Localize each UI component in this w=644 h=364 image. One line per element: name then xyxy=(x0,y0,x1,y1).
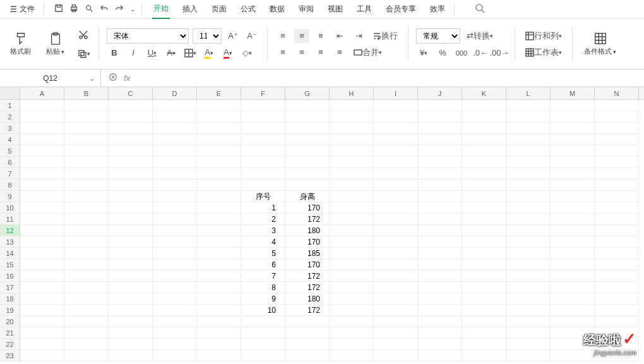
column-header[interactable]: G xyxy=(285,87,330,99)
cell-B11[interactable] xyxy=(64,214,109,225)
cell-F23[interactable] xyxy=(241,350,285,361)
cell-N20[interactable] xyxy=(595,316,639,327)
cell-F21[interactable] xyxy=(241,327,285,339)
cell-C7[interactable] xyxy=(109,168,153,179)
cell-I15[interactable] xyxy=(374,259,418,270)
cell-G15[interactable]: 170 xyxy=(285,259,330,270)
cell-B13[interactable] xyxy=(64,236,109,248)
cell-A19[interactable] xyxy=(20,305,64,316)
cell-G5[interactable] xyxy=(285,145,330,157)
cell-D1[interactable] xyxy=(153,100,197,111)
cell-H21[interactable] xyxy=(330,327,374,339)
column-header[interactable]: J xyxy=(418,87,462,99)
column-header[interactable]: A xyxy=(20,87,64,99)
cell-A4[interactable] xyxy=(20,134,64,145)
cell-K2[interactable] xyxy=(462,111,506,123)
cell-D12[interactable] xyxy=(153,225,197,236)
cell-D22[interactable] xyxy=(153,339,197,350)
row-header[interactable]: 8 xyxy=(0,179,20,191)
align-left-icon[interactable]: ≡ xyxy=(275,46,290,59)
worksheet-button[interactable]: 工作表 ▾ xyxy=(523,46,564,59)
cell-K6[interactable] xyxy=(462,157,506,168)
cell-G22[interactable] xyxy=(285,339,330,350)
cell-J8[interactable] xyxy=(418,179,462,191)
row-header[interactable]: 23 xyxy=(0,350,20,361)
row-header[interactable]: 11 xyxy=(0,214,20,225)
cell-M4[interactable] xyxy=(551,134,595,145)
cell-J23[interactable] xyxy=(418,350,462,361)
cell-L5[interactable] xyxy=(506,145,551,157)
cancel-icon[interactable] xyxy=(109,73,117,84)
font-color-button[interactable]: A ▾ xyxy=(220,46,236,60)
cell-H19[interactable] xyxy=(330,305,374,316)
cell-A13[interactable] xyxy=(20,236,64,248)
clear-format-button[interactable]: ◇ ▾ xyxy=(239,46,254,60)
cell-G7[interactable] xyxy=(285,168,330,179)
cell-I1[interactable] xyxy=(374,100,418,111)
cell-D6[interactable] xyxy=(153,157,197,168)
cell-J4[interactable] xyxy=(418,134,462,145)
cell-H8[interactable] xyxy=(330,179,374,191)
cell-M2[interactable] xyxy=(551,111,595,123)
tab-审阅[interactable]: 审阅 xyxy=(297,0,315,19)
cell-C19[interactable] xyxy=(109,305,153,316)
cell-N9[interactable] xyxy=(595,191,639,202)
cell-G6[interactable] xyxy=(285,157,330,168)
cell-N18[interactable] xyxy=(595,293,639,305)
cell-D2[interactable] xyxy=(153,111,197,123)
cell-N19[interactable] xyxy=(595,305,639,316)
cell-L6[interactable] xyxy=(506,157,551,168)
copy-icon[interactable]: ▾ xyxy=(76,47,91,61)
cell-D23[interactable] xyxy=(153,350,197,361)
cell-D11[interactable] xyxy=(153,214,197,225)
cell-N4[interactable] xyxy=(595,134,639,145)
cell-K16[interactable] xyxy=(462,270,506,282)
cell-F2[interactable] xyxy=(241,111,285,123)
cell-H4[interactable] xyxy=(330,134,374,145)
cell-H11[interactable] xyxy=(330,214,374,225)
cell-E5[interactable] xyxy=(197,145,241,157)
cell-B19[interactable] xyxy=(64,305,109,316)
file-menu[interactable]: ☰ 文件 xyxy=(5,4,40,15)
cell-L11[interactable] xyxy=(506,214,551,225)
cell-H5[interactable] xyxy=(330,145,374,157)
cell-C18[interactable] xyxy=(109,293,153,305)
cell-B22[interactable] xyxy=(64,339,109,350)
cell-E12[interactable] xyxy=(197,225,241,236)
print-icon[interactable] xyxy=(69,4,78,15)
row-header[interactable]: 21 xyxy=(0,327,20,339)
cell-M12[interactable] xyxy=(551,225,595,236)
cell-I3[interactable] xyxy=(374,123,418,134)
cell-D9[interactable] xyxy=(153,191,197,202)
cell-M11[interactable] xyxy=(551,214,595,225)
cell-D14[interactable] xyxy=(153,248,197,259)
cell-F9[interactable]: 序号 xyxy=(241,191,285,202)
align-bottom-icon[interactable]: ≡ xyxy=(313,29,328,43)
cell-F20[interactable] xyxy=(241,316,285,327)
cell-M8[interactable] xyxy=(551,179,595,191)
wrap-text-button[interactable]: 换行 xyxy=(370,29,400,43)
cell-I9[interactable] xyxy=(374,191,418,202)
name-box[interactable]: Q12 ⌄ xyxy=(0,70,101,87)
cell-H6[interactable] xyxy=(330,157,374,168)
cell-B4[interactable] xyxy=(64,134,109,145)
merge-button[interactable]: 合并 ▾ xyxy=(351,46,385,59)
column-header[interactable]: I xyxy=(374,87,418,99)
cell-B18[interactable] xyxy=(64,293,109,305)
cell-M19[interactable] xyxy=(551,305,595,316)
cell-H20[interactable] xyxy=(330,316,374,327)
cell-J13[interactable] xyxy=(418,236,462,248)
column-header[interactable]: N xyxy=(595,87,639,99)
cell-J22[interactable] xyxy=(418,339,462,350)
conditional-format-button[interactable]: 条件格式▾ xyxy=(580,23,620,65)
row-header[interactable]: 15 xyxy=(0,259,20,270)
cell-E14[interactable] xyxy=(197,248,241,259)
cell-L12[interactable] xyxy=(506,225,551,236)
cell-N13[interactable] xyxy=(595,236,639,248)
cell-J9[interactable] xyxy=(418,191,462,202)
cell-J14[interactable] xyxy=(418,248,462,259)
cell-A23[interactable] xyxy=(20,350,64,361)
cell-K17[interactable] xyxy=(462,282,506,293)
cell-E16[interactable] xyxy=(197,270,241,282)
align-justify-icon[interactable]: ≡ xyxy=(332,46,347,59)
